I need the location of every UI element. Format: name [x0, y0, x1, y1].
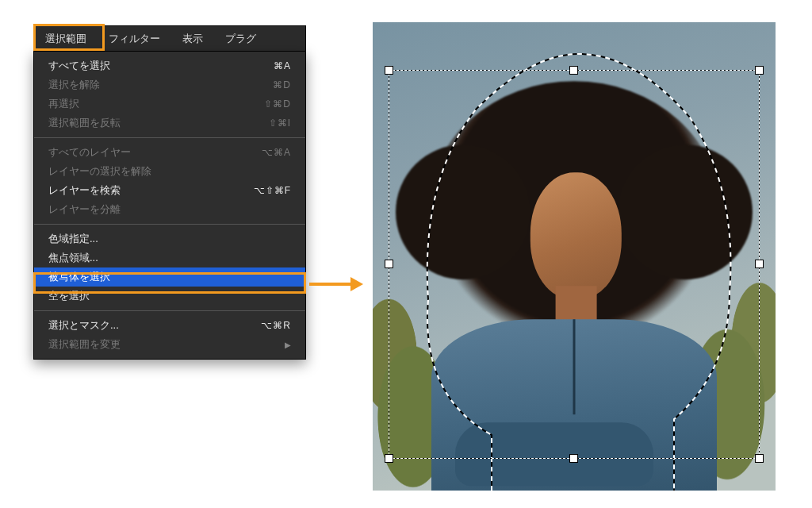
- menu-separator: [34, 310, 305, 311]
- menubar-item-view[interactable]: 表示: [171, 26, 214, 51]
- menu-item-all-layers[interactable]: すべてのレイヤー ⌥⌘A: [34, 143, 305, 162]
- menu-label: すべてを選択: [48, 59, 110, 73]
- menubar-item-select[interactable]: 選択範囲: [34, 26, 98, 51]
- menu-item-select-and-mask[interactable]: 選択とマスク... ⌥⌘R: [34, 316, 305, 335]
- menu-shortcut: ⌘A: [274, 60, 291, 71]
- menu-item-isolate-layers[interactable]: レイヤーを分離: [34, 200, 305, 219]
- menu-label: レイヤーを分離: [48, 202, 121, 217]
- menu-shortcut: ⌥⇧⌘F: [254, 185, 291, 196]
- menu-label: 空を選択: [48, 289, 90, 303]
- menu-label: 色域指定...: [48, 232, 98, 246]
- menu-label: 被写体を選択: [48, 270, 110, 284]
- menu-item-select-all[interactable]: すべてを選択 ⌘A: [34, 56, 305, 75]
- menu-item-deselect[interactable]: 選択を解除 ⌘D: [34, 75, 305, 94]
- menu-separator: [34, 137, 305, 138]
- app-menubar: 選択範囲 フィルター 表示 プラグ: [33, 25, 306, 51]
- menu-item-find-layers[interactable]: レイヤーを検索 ⌥⇧⌘F: [34, 181, 305, 200]
- menu-separator: [34, 224, 305, 225]
- menu-item-modify[interactable]: 選択範囲を変更 ▶: [34, 335, 305, 354]
- menu-item-select-subject[interactable]: 被写体を選択: [34, 267, 305, 287]
- transform-handle-tr[interactable]: [755, 66, 764, 75]
- transform-handle-tl[interactable]: [385, 66, 393, 75]
- menu-shortcut: ⇧⌘I: [269, 117, 291, 129]
- menu-shortcut: ⇧⌘D: [264, 98, 291, 110]
- menu-label: 選択を解除: [48, 78, 100, 92]
- menu-item-reselect[interactable]: 再選択 ⇧⌘D: [34, 94, 305, 114]
- transform-handle-ml[interactable]: [385, 260, 393, 268]
- image-canvas[interactable]: [373, 22, 776, 491]
- menu-item-color-range[interactable]: 色域指定...: [34, 229, 305, 248]
- menu-item-deselect-layers[interactable]: レイヤーの選択を解除: [34, 162, 305, 181]
- menu-label: レイヤーを検索: [48, 183, 121, 198]
- chevron-right-icon: ▶: [285, 341, 291, 349]
- menu-shortcut: ⌥⌘A: [262, 147, 291, 158]
- arrow-right-icon: [309, 277, 363, 291]
- menu-label: すべてのレイヤー: [48, 145, 131, 160]
- transform-handle-mr[interactable]: [755, 260, 764, 268]
- menu-shortcut: ⌘D: [273, 79, 291, 90]
- menubar-item-filter[interactable]: フィルター: [98, 26, 171, 51]
- menu-shortcut: ⌥⌘R: [261, 320, 291, 331]
- menu-item-inverse[interactable]: 選択範囲を反転 ⇧⌘I: [34, 114, 305, 133]
- menu-label: 再選択: [48, 97, 79, 111]
- menu-label: 選択とマスク...: [48, 318, 119, 333]
- menu-label: 選択範囲を変更: [48, 337, 121, 352]
- transform-handle-br[interactable]: [755, 454, 764, 463]
- menu-label: 選択範囲を反転: [48, 116, 121, 130]
- transform-handle-bm[interactable]: [569, 454, 578, 463]
- menu-label: レイヤーの選択を解除: [48, 164, 151, 179]
- menu-item-select-sky[interactable]: 空を選択: [34, 287, 305, 306]
- menu-item-focus-area[interactable]: 焦点領域...: [34, 248, 305, 267]
- select-menu-dropdown: すべてを選択 ⌘A 選択を解除 ⌘D 再選択 ⇧⌘D 選択範囲を反転 ⇧⌘I す…: [33, 51, 306, 360]
- menubar-item-plugin[interactable]: プラグ: [214, 26, 267, 51]
- transform-handle-bl[interactable]: [385, 454, 393, 463]
- menu-label: 焦点領域...: [48, 251, 98, 265]
- transform-bounding-box[interactable]: [389, 70, 760, 459]
- transform-handle-tm[interactable]: [569, 66, 578, 75]
